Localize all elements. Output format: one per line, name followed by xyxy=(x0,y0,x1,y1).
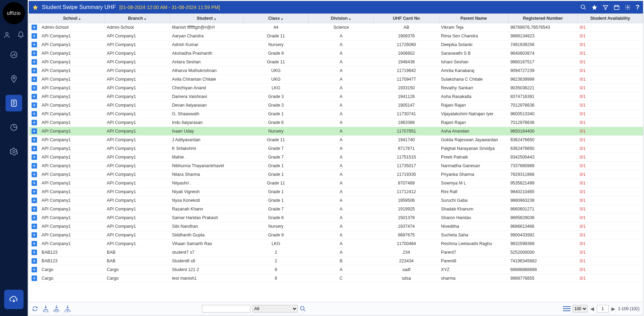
footer-filter-select[interactable]: All xyxy=(253,305,298,313)
expand-row-button[interactable]: + xyxy=(32,172,37,177)
table-row[interactable]: +BAB123BABstudent7 s72A234Parent75252000… xyxy=(29,248,643,257)
table-row[interactable]: +API Company1API Company1Indu Ilaiyarasa… xyxy=(29,118,643,127)
col-division[interactable]: Division▲ xyxy=(309,14,374,23)
prev-page-button[interactable]: ◀ xyxy=(590,306,595,312)
expand-row-button[interactable]: + xyxy=(32,68,37,73)
col-class[interactable]: Class▲ xyxy=(243,14,308,23)
table-row[interactable]: +API Company1API Company1Chezhiyan Anand… xyxy=(29,84,643,92)
table-row[interactable]: +API Company1API Company1Devan Ilaiyaras… xyxy=(29,101,643,110)
footer-search-input[interactable] xyxy=(202,305,250,313)
nav-cloud-download[interactable] xyxy=(4,290,24,309)
help-icon[interactable]: ? xyxy=(636,4,639,11)
expand-row-button[interactable]: + xyxy=(32,111,37,117)
favorite-icon[interactable] xyxy=(591,4,598,10)
next-page-button[interactable]: ▶ xyxy=(611,306,616,312)
expand-row-button[interactable]: + xyxy=(32,250,37,255)
table-row[interactable]: +API Company1API Company1K SrilakshmiGra… xyxy=(29,144,643,153)
expand-row-button[interactable]: + xyxy=(32,241,37,246)
expand-row-button[interactable]: + xyxy=(32,215,37,220)
nav-settings[interactable] xyxy=(6,143,22,160)
expand-row-button[interactable]: + xyxy=(32,59,37,65)
calendar-icon[interactable] xyxy=(614,4,620,10)
expand-row-button[interactable]: + xyxy=(32,94,37,99)
export-pdf-button[interactable]: PDF xyxy=(53,305,60,313)
expand-row-button[interactable]: + xyxy=(32,146,37,151)
table-row[interactable]: +CargoCargoStudent 121 28AsadfXYZ6888688… xyxy=(29,265,643,274)
footer-search-icon[interactable] xyxy=(300,306,306,312)
nav-reports[interactable] xyxy=(6,95,22,111)
table-row[interactable]: +API Company1API Company1Niyati VigneshG… xyxy=(29,188,643,196)
data-table-scroll[interactable]: School▲ Branch▲ Student▲ Class▲ Division… xyxy=(29,13,643,302)
expand-row-button[interactable]: + xyxy=(32,224,37,229)
expand-row-button[interactable]: + xyxy=(32,258,37,264)
expand-row-button[interactable]: + xyxy=(32,180,37,186)
expand-row-button[interactable]: + xyxy=(32,154,37,160)
expand-row-button[interactable]: + xyxy=(32,120,37,125)
col-school[interactable]: School▲ xyxy=(39,14,105,23)
table-row[interactable]: +API Company1API Company1Ivaan UdayNurse… xyxy=(29,127,643,136)
cell-branch: Cargo xyxy=(105,265,170,274)
export-xls-button[interactable]: XLS xyxy=(43,305,48,313)
export-csv-button[interactable]: CSV xyxy=(64,305,71,313)
expand-row-button[interactable]: + xyxy=(32,128,37,134)
nav-dashboard[interactable] xyxy=(6,46,22,63)
table-row[interactable]: +API Company1API Company1Avila Chirantan… xyxy=(29,75,643,84)
table-row[interactable]: +API Company1API Company1Mahie .Grade 7A… xyxy=(29,153,643,162)
expand-row-button[interactable]: + xyxy=(32,198,37,203)
user-icon[interactable] xyxy=(3,31,11,39)
page-size-select[interactable]: 100 xyxy=(573,305,588,313)
expand-row-button[interactable]: + xyxy=(32,206,37,212)
expand-row-button[interactable]: + xyxy=(32,85,37,91)
expand-row-button[interactable]: + xyxy=(32,232,37,238)
filter-icon[interactable] xyxy=(602,4,609,10)
table-row[interactable]: +API Company1API Company1Nityashri .Grad… xyxy=(29,179,643,188)
cell-division: A xyxy=(309,240,374,248)
col-parent[interactable]: Parent Name xyxy=(439,14,508,23)
gear-icon[interactable] xyxy=(625,4,631,10)
star-icon[interactable] xyxy=(32,4,38,10)
expand-row-button[interactable]: + xyxy=(32,276,37,281)
table-row[interactable]: +API Company1API Company1Aaryan ChandraG… xyxy=(29,32,643,40)
table-row[interactable]: +API Company1API Company1Siddhanth Gupta… xyxy=(29,231,643,240)
table-row[interactable]: +API Company1API Company1Nibhunna Thayan… xyxy=(29,162,643,170)
page-number-input[interactable] xyxy=(597,305,609,313)
table-row[interactable]: +BAB123BABStudent8 s82B223434Parent87419… xyxy=(29,257,643,265)
table-row[interactable]: +API Company1API Company1Antara SeshanGr… xyxy=(29,58,643,66)
nav-tracking[interactable] xyxy=(6,71,22,87)
col-branch[interactable]: Branch▲ xyxy=(105,14,170,23)
expand-row-button[interactable]: + xyxy=(32,51,37,56)
expand-row-button[interactable]: + xyxy=(32,137,37,143)
table-row[interactable]: +Admin-SchoolAdmin-SchoolManish fffffftg… xyxy=(29,23,643,32)
table-row[interactable]: +API Company1API Company1Razanah KhannGr… xyxy=(29,205,643,214)
nav-analytics[interactable] xyxy=(6,119,22,136)
expand-row-button[interactable]: + xyxy=(32,42,37,47)
expand-row-button[interactable]: + xyxy=(32,102,37,108)
expand-row-button[interactable]: + xyxy=(32,33,37,39)
expand-row-button[interactable]: + xyxy=(32,25,37,30)
col-card[interactable]: UHF Card No xyxy=(374,14,439,23)
expand-row-button[interactable]: + xyxy=(32,267,37,272)
cell-school: API Company1 xyxy=(39,179,105,188)
expand-row-button[interactable]: + xyxy=(32,189,37,195)
col-student[interactable]: Student▲ xyxy=(170,14,244,23)
col-avail[interactable]: Student Availability xyxy=(577,14,643,23)
expand-row-button[interactable]: + xyxy=(32,163,37,169)
cell-division: A xyxy=(309,179,374,188)
table-row[interactable]: +API Company1API Company1Nitara SharmaGr… xyxy=(29,170,643,179)
table-row[interactable]: +API Company1API Company1Akshadha Prasha… xyxy=(29,49,643,58)
table-row[interactable]: +API Company1API Company1Atharva Muthukr… xyxy=(29,66,643,75)
search-icon[interactable] xyxy=(580,4,586,10)
table-row[interactable]: +API Company1API Company1Sibi NandhanNur… xyxy=(29,222,643,231)
refresh-icon[interactable] xyxy=(32,306,38,312)
table-row[interactable]: +API Company1API Company1Samar Haridas P… xyxy=(29,214,643,222)
table-row[interactable]: +CargoCargotest manish18Csdsasharma99887… xyxy=(29,274,643,283)
table-row[interactable]: +API Company1API Company1Vihaan Samarth … xyxy=(29,240,643,248)
table-row[interactable]: +API Company1API Company1J AdityavardanG… xyxy=(29,136,643,144)
table-row[interactable]: +API Company1API Company1Adrish KumarNur… xyxy=(29,40,643,49)
expand-row-button[interactable]: + xyxy=(32,76,37,82)
table-row[interactable]: +API Company1API Company1Nysa KonekotiGr… xyxy=(29,196,643,205)
table-row[interactable]: +API Company1API Company1Damera Vaishnav… xyxy=(29,92,643,101)
bell-icon[interactable] xyxy=(17,31,25,39)
table-row[interactable]: +API Company1API Company1G. ShaaswathGra… xyxy=(29,110,643,118)
col-reg[interactable]: Registered Number xyxy=(508,14,577,23)
